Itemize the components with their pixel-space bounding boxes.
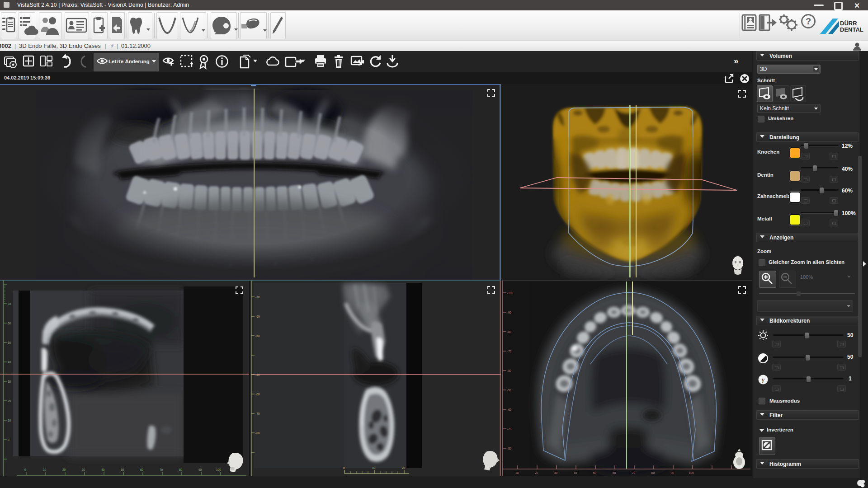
svg-text:80: 80 <box>651 471 655 474</box>
svg-text:30: 30 <box>554 471 558 474</box>
svg-text:30: 30 <box>82 468 85 471</box>
svg-text:DENTAL: DENTAL <box>840 26 863 33</box>
svg-text:DÜRR: DÜRR <box>840 20 857 27</box>
svg-text:10: 10 <box>8 419 11 422</box>
svg-text:?: ? <box>806 16 811 26</box>
svg-text:γ: γ <box>762 376 764 383</box>
svg-text:100: 100 <box>689 471 694 474</box>
svg-text:-100: -100 <box>507 291 513 295</box>
svg-text:60: 60 <box>140 468 144 471</box>
svg-text:0: 0 <box>24 468 26 471</box>
svg-text:60: 60 <box>8 322 11 325</box>
svg-text:-70: -70 <box>507 427 512 431</box>
svg-text:50: 50 <box>121 468 124 471</box>
svg-text:-80: -80 <box>255 432 260 435</box>
svg-text:-80: -80 <box>507 447 512 450</box>
svg-text:-40: -40 <box>255 373 260 376</box>
svg-text:70: 70 <box>160 468 163 471</box>
svg-text:40: 40 <box>101 468 105 471</box>
svg-text:90: 90 <box>671 471 675 474</box>
svg-text:10: 10 <box>43 468 47 471</box>
svg-text:10: 10 <box>515 471 519 474</box>
svg-text:40: 40 <box>8 361 11 364</box>
svg-text:20: 20 <box>402 466 406 469</box>
svg-text:20: 20 <box>62 468 66 471</box>
svg-text:-90: -90 <box>507 311 512 314</box>
svg-text:-70: -70 <box>507 350 512 353</box>
svg-text:70: 70 <box>632 471 636 474</box>
svg-text:40: 40 <box>574 471 577 474</box>
svg-text:-80: -80 <box>507 330 512 333</box>
svg-text:-50: -50 <box>507 389 512 392</box>
svg-text:0: 0 <box>8 438 9 441</box>
svg-text:-60: -60 <box>507 408 512 411</box>
svg-text:20: 20 <box>8 399 11 403</box>
svg-text:90: 90 <box>198 468 202 471</box>
svg-text:-50: -50 <box>507 369 512 372</box>
svg-text:60: 60 <box>613 471 616 474</box>
svg-text:20: 20 <box>535 471 538 474</box>
svg-text:-70: -70 <box>255 296 260 299</box>
svg-text:50: 50 <box>593 471 597 474</box>
svg-text:100: 100 <box>216 468 221 471</box>
svg-text:-60: -60 <box>255 315 260 318</box>
svg-text:70: 70 <box>8 302 11 305</box>
svg-text:-70: -70 <box>255 412 260 415</box>
svg-text:50: 50 <box>8 341 11 344</box>
svg-text:10: 10 <box>372 466 376 469</box>
svg-text:0: 0 <box>343 466 345 469</box>
svg-text:-50: -50 <box>255 334 260 338</box>
svg-text:80: 80 <box>179 468 183 471</box>
svg-text:30: 30 <box>8 380 11 383</box>
svg-text:-60: -60 <box>255 393 260 396</box>
